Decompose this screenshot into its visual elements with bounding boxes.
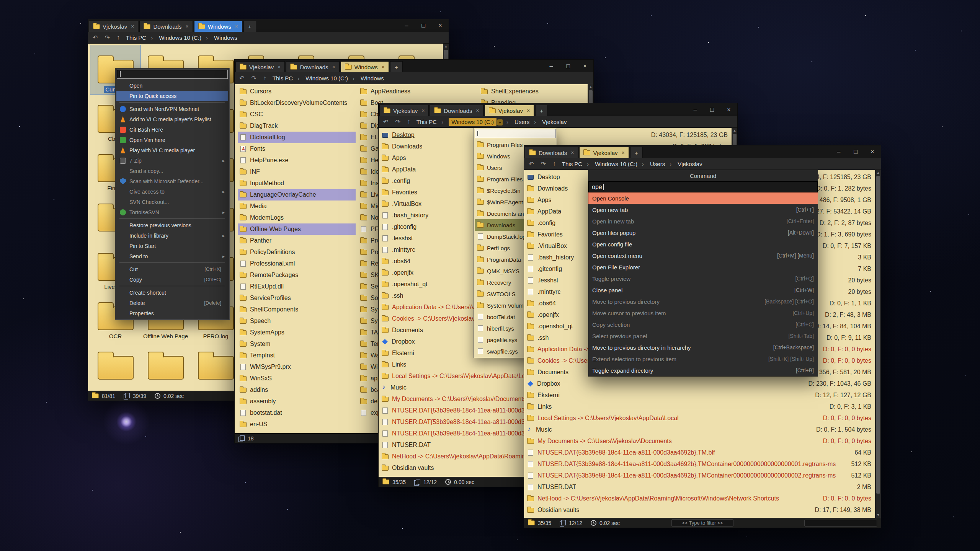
- command-item[interactable]: Toggle expand directory [Ctrl+B]: [588, 365, 818, 376]
- list-item[interactable]: ModemLogs: [238, 212, 356, 223]
- breadcrumb-item[interactable]: Windows 10 (C:): [151, 34, 202, 41]
- breadcrumb-item[interactable]: Windows 10 (C:): [297, 75, 349, 82]
- context-menu-item[interactable]: Pin to Start: [116, 241, 228, 251]
- tab-close-icon[interactable]: ×: [527, 108, 530, 114]
- new-tab-button[interactable]: +: [243, 21, 256, 32]
- command-item[interactable]: Copy selection [Ctrl+C]: [588, 319, 818, 330]
- forward-button[interactable]: ↷: [103, 34, 111, 41]
- list-item[interactable]: INF: [238, 166, 356, 178]
- list-item[interactable]: Fonts: [238, 143, 356, 155]
- list-item[interactable]: BitLockerDiscoveryVolumeContents: [238, 97, 356, 109]
- popup-filter-input[interactable]: [475, 129, 556, 138]
- filter-hint[interactable]: >> Type to filter <<: [671, 519, 733, 527]
- tab[interactable]: Downloads ×: [286, 61, 339, 72]
- list-item[interactable]: RemotePackages: [238, 269, 356, 281]
- list-item[interactable]: Offline Web Pages: [238, 223, 356, 235]
- list-item[interactable]: Panther: [238, 235, 356, 246]
- list-item[interactable]: assembly: [238, 396, 356, 407]
- context-menu-item[interactable]: Send with NordVPN Meshnet: [116, 104, 228, 114]
- up-button[interactable]: ↑: [551, 160, 557, 167]
- list-item[interactable]: WMSysPr9.prx: [238, 361, 356, 373]
- command-item[interactable]: Toggle preview [Ctrl+Q]: [588, 273, 818, 284]
- breadcrumb-item[interactable]: Vjekoslav: [534, 119, 567, 125]
- context-menu-item[interactable]: TortoiseSVN ▸: [116, 207, 228, 217]
- minimize-button[interactable]: –: [830, 148, 847, 155]
- command-item[interactable]: Move to previous directory [Backspace] […: [588, 296, 818, 307]
- tab[interactable]: Vjekoslav ×: [579, 147, 629, 158]
- context-menu-item[interactable]: SVN Checkout...: [116, 197, 228, 207]
- back-button[interactable]: ↶: [527, 160, 535, 168]
- file-row[interactable]: Local Settings -> C:\Users\Vjekoslav\App…: [527, 412, 871, 424]
- command-item[interactable]: Open new tab [Ctrl+T]: [588, 204, 818, 215]
- back-button[interactable]: ↶: [91, 34, 99, 41]
- back-button[interactable]: ↶: [382, 118, 390, 126]
- list-item[interactable]: bootstat.dat: [238, 407, 356, 419]
- breadcrumb-item[interactable]: Windows 10 (C:): [441, 119, 503, 125]
- maximize-button[interactable]: □: [847, 148, 864, 155]
- list-item[interactable]: ShellExperiences: [479, 86, 593, 97]
- list-item[interactable]: AppReadiness: [358, 86, 476, 97]
- breadcrumb-item[interactable]: Windows: [206, 34, 238, 41]
- new-tab-button[interactable]: +: [535, 105, 548, 116]
- tab[interactable]: Vjekoslav ×: [235, 61, 285, 72]
- scrollbar-thumb[interactable]: [876, 176, 880, 494]
- breadcrumb-item[interactable]: This PC: [125, 34, 147, 41]
- maximize-button[interactable]: □: [560, 63, 577, 70]
- folder-item[interactable]: [90, 341, 140, 391]
- list-item[interactable]: RtlExUpd.dll: [238, 281, 356, 292]
- list-item[interactable]: InputMethod: [238, 178, 356, 189]
- context-menu-item[interactable]: Open Vim here: [116, 135, 228, 145]
- maximize-button[interactable]: □: [704, 106, 720, 113]
- tab[interactable]: Vjekoslav ×: [485, 105, 534, 116]
- scroll-up-icon[interactable]: ▲: [588, 84, 593, 90]
- back-button[interactable]: ↶: [238, 75, 246, 82]
- context-menu-item[interactable]: Copy [Ctrl+C]: [116, 274, 228, 285]
- up-button[interactable]: ↑: [115, 34, 121, 41]
- context-menu-item[interactable]: Properties: [116, 308, 228, 318]
- breadcrumb-item[interactable]: Windows 10 (C:): [587, 161, 638, 167]
- tab[interactable]: Windows ×: [194, 21, 242, 32]
- tab[interactable]: Windows ×: [341, 61, 389, 72]
- file-row[interactable]: Obsidian vaults D: 17, F: 149, 38 MB: [527, 504, 871, 516]
- status-filter-box[interactable]: [804, 520, 877, 527]
- scroll-up-icon[interactable]: ▲: [875, 170, 881, 175]
- minimize-button[interactable]: –: [398, 22, 415, 29]
- breadcrumb-item[interactable]: This PC: [416, 119, 438, 125]
- list-item[interactable]: WinSxS: [238, 373, 356, 384]
- file-row[interactable]: NTUSER.DAT{53b39e88-18c4-11ea-a811-000d3…: [527, 458, 871, 470]
- list-item[interactable]: CSC: [238, 109, 356, 120]
- forward-button[interactable]: ↷: [250, 75, 258, 82]
- folder-item[interactable]: [191, 341, 241, 391]
- tab[interactable]: Downloads ×: [525, 147, 578, 158]
- command-item[interactable]: Open File Explorer: [588, 261, 818, 273]
- file-row[interactable]: Music D: 0, F: 1, 504 bytes: [527, 424, 871, 435]
- command-item[interactable]: Open Console: [588, 192, 818, 204]
- minimize-button[interactable]: –: [543, 63, 560, 70]
- list-item[interactable]: addins: [238, 384, 356, 396]
- close-button[interactable]: ×: [864, 148, 881, 155]
- breadcrumb-item[interactable]: This PC: [561, 161, 583, 167]
- list-item[interactable]: HelpPane.exe: [238, 155, 356, 166]
- close-button[interactable]: ×: [432, 22, 449, 29]
- command-item[interactable]: Select previous panel [Shift+Tab]: [588, 330, 818, 342]
- list-item[interactable]: DiagTrack: [238, 120, 356, 132]
- close-button[interactable]: ×: [720, 106, 737, 113]
- file-row[interactable]: NTUSER.DAT 2 MB: [527, 481, 871, 493]
- file-row[interactable]: Dropbox D: 230, F: 1043, 46 GB: [527, 378, 871, 390]
- list-item[interactable]: SystemApps: [238, 327, 356, 338]
- tab-close-icon[interactable]: ×: [235, 23, 238, 29]
- up-button[interactable]: ↑: [262, 75, 268, 82]
- command-item[interactable]: Close panel [Ctrl+W]: [588, 284, 818, 296]
- file-row[interactable]: NetHood -> C:\Users\Vjekoslav\AppData\Ro…: [527, 493, 871, 504]
- list-item[interactable]: ServiceProfiles: [238, 292, 356, 304]
- file-row[interactable]: NTUSER.DAT{53b39e88-18c4-11ea-a811-000d3…: [527, 447, 871, 458]
- folder-item[interactable]: [140, 341, 191, 391]
- context-menu-filter-input[interactable]: [117, 70, 228, 79]
- context-menu-item[interactable]: Delete [Delete]: [116, 298, 228, 308]
- list-item[interactable]: DtcInstall.log: [238, 132, 356, 143]
- forward-button[interactable]: ↷: [394, 118, 402, 126]
- context-menu-item[interactable]: Restore previous versions: [116, 220, 228, 230]
- tab[interactable]: Downloads ×: [430, 105, 483, 116]
- tab[interactable]: Downloads ×: [139, 21, 193, 32]
- scroll-up-icon[interactable]: ▲: [443, 44, 449, 49]
